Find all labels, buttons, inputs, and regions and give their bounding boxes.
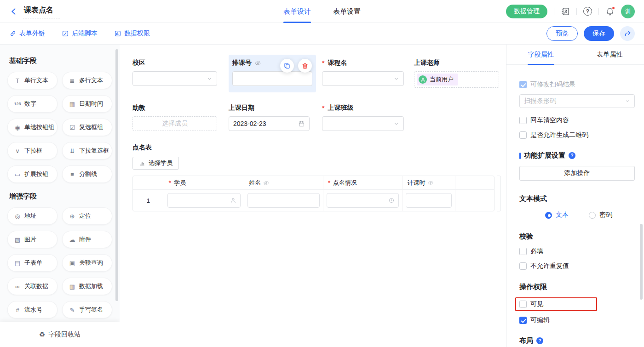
- field-item-serial-number[interactable]: #流水号: [7, 301, 58, 319]
- copy-icon: [283, 62, 291, 69]
- data-permission-link[interactable]: 数据权限: [114, 29, 150, 38]
- field-item-single-line-text[interactable]: T单行文本: [7, 72, 58, 89]
- scan-result-editable-checkbox[interactable]: 可修改扫码结果: [519, 80, 635, 89]
- select-students-button[interactable]: 选择学员: [132, 157, 179, 170]
- delete-field-button[interactable]: [298, 59, 312, 73]
- field-item-number[interactable]: 123数字: [7, 95, 58, 113]
- field-campus[interactable]: 校区: [132, 58, 217, 92]
- section-accent-bar: [519, 153, 521, 159]
- recycle-icon: ♻: [39, 330, 45, 339]
- tab-form-design[interactable]: 表单设计: [283, 0, 311, 23]
- subform-table-overflow-fragment: [497, 176, 501, 211]
- avatar[interactable]: 训: [621, 5, 635, 18]
- field-class-group[interactable]: *上课班级: [322, 103, 404, 131]
- field-item-radio-group[interactable]: ◉单选按钮组: [7, 119, 58, 136]
- back-icon[interactable]: [9, 7, 18, 16]
- address-book-icon[interactable]: [561, 7, 570, 16]
- person-icon: [230, 197, 236, 204]
- field-assistant[interactable]: 助教 选择成员: [132, 103, 217, 131]
- visible-checkbox[interactable]: 可见: [519, 297, 635, 311]
- field-item-subform[interactable]: ▤子表单: [7, 254, 58, 272]
- assistant-member-picker[interactable]: 选择成员: [132, 116, 217, 131]
- field-item-divider-line[interactable]: ≡分割线: [62, 165, 112, 183]
- field-teacher[interactable]: 上课老师 当前用户: [414, 58, 499, 92]
- student-input[interactable]: [167, 193, 241, 208]
- field-item-checkbox-group[interactable]: ☑复选框组: [62, 119, 112, 136]
- main: 基础字段 T单行文本 ≣多行文本 123数字 ▦日期时间 ◉单选按钮组 ☑复选框…: [0, 45, 644, 347]
- save-button[interactable]: 保存: [584, 26, 614, 41]
- editable-checkbox[interactable]: 可编辑: [519, 316, 635, 324]
- field-item-dropdown-multi[interactable]: ⇊下拉复选框: [62, 142, 112, 159]
- campus-select[interactable]: [132, 71, 217, 86]
- field-schedule-no-selected[interactable]: 排课号: [229, 55, 316, 92]
- notification-bell-icon[interactable]: [605, 7, 615, 16]
- required-asterisk: *: [322, 104, 324, 112]
- field-course-name[interactable]: *课程名: [322, 58, 404, 92]
- schedule-no-input[interactable]: [232, 71, 312, 86]
- field-item-dropdown[interactable]: ∨下拉框: [7, 142, 58, 159]
- form-designer-app: 课表点名 表单设计 表单设置 数据管理 ? 训 表单外链 后端脚本: [0, 0, 644, 347]
- field-item-multi-line-text[interactable]: ≣多行文本: [62, 72, 112, 89]
- teacher-member-box[interactable]: 当前用户: [414, 71, 499, 88]
- class-hours-input[interactable]: [406, 193, 452, 208]
- linked-data-icon: ∞: [14, 284, 21, 290]
- class-date-input[interactable]: 2023-02-23: [229, 116, 310, 131]
- permission-title: 操作权限: [519, 283, 635, 291]
- field-item-datetime[interactable]: ▦日期时间: [62, 95, 112, 113]
- preview-button[interactable]: 预览: [546, 26, 578, 41]
- share-button[interactable]: [620, 26, 635, 41]
- data-manage-button[interactable]: 数据管理: [506, 5, 547, 18]
- divider: [576, 8, 577, 15]
- help-icon[interactable]: ?: [583, 7, 592, 16]
- help-icon[interactable]: ?: [569, 152, 575, 159]
- form-external-link[interactable]: 表单外链: [9, 29, 45, 38]
- text-mode-password-radio[interactable]: 密码: [589, 211, 612, 219]
- checkbox-unchecked: [519, 248, 527, 255]
- field-item-attachment[interactable]: ☁附件: [62, 231, 112, 248]
- enter-clear-checkbox[interactable]: 回车清空内容: [519, 116, 635, 125]
- field-item-location[interactable]: ⊕定位: [62, 207, 112, 225]
- field-palette-sidebar: 基础字段 T单行文本 ≣多行文本 123数字 ▦日期时间 ◉单选按钮组 ☑复选框…: [0, 45, 120, 347]
- scan-type-select[interactable]: 扫描条形码: [519, 94, 635, 108]
- help-icon[interactable]: ?: [536, 337, 543, 344]
- field-attendance-subform[interactable]: 点名表 选择学员 *学员 姓名 *点名情况 计课时: [132, 143, 506, 211]
- divider-line-icon: ≡: [69, 171, 76, 177]
- qrcode-checkbox[interactable]: 是否允许生成二维码: [519, 131, 635, 139]
- field-item-linked-data[interactable]: ∞关联数据: [7, 278, 58, 295]
- field-item-data-load[interactable]: ▥数据加载: [62, 278, 112, 295]
- add-action-button[interactable]: 添加操作: [519, 166, 635, 181]
- copy-field-button[interactable]: [280, 59, 294, 73]
- name-input[interactable]: [247, 193, 320, 208]
- address-icon: ◎: [14, 213, 21, 219]
- single-line-text-icon: T: [14, 78, 21, 84]
- field-item-extension-button[interactable]: ▭扩展按钮: [7, 165, 58, 183]
- panel-scrollbar[interactable]: [640, 224, 643, 300]
- class-group-select[interactable]: [322, 116, 404, 131]
- no-duplicate-checkbox[interactable]: 不允许重复值: [519, 262, 635, 270]
- tab-field-properties[interactable]: 字段属性: [506, 45, 575, 64]
- col-attendance: *点名情况: [323, 176, 403, 189]
- bar-chart-icon: [139, 160, 145, 166]
- sidebar-scrollbar[interactable]: [115, 49, 118, 301]
- field-recycle-bin[interactable]: ♻ 字段回收站: [0, 322, 120, 347]
- course-name-select[interactable]: [322, 71, 404, 86]
- backend-script-link[interactable]: 后端脚本: [62, 29, 98, 38]
- col-name: 姓名: [244, 176, 323, 189]
- text-mode-text-radio[interactable]: 文本: [545, 211, 569, 219]
- current-user-tag[interactable]: 当前用户: [417, 74, 458, 85]
- field-item-linked-query[interactable]: ▣关联查询: [62, 254, 112, 272]
- page-title[interactable]: 课表点名: [23, 5, 60, 18]
- extension-settings-title: 功能扩展设置 ?: [519, 151, 635, 160]
- script-icon: [62, 30, 69, 37]
- attendance-input[interactable]: [327, 193, 399, 208]
- tab-form-properties[interactable]: 表单属性: [575, 45, 644, 64]
- dropdown-multi-icon: ⇊: [69, 148, 76, 154]
- required-checkbox[interactable]: 必填: [519, 247, 635, 256]
- field-item-signature[interactable]: ✎手写签名: [62, 301, 112, 319]
- field-item-address[interactable]: ◎地址: [7, 207, 58, 225]
- divider: [598, 8, 599, 15]
- current-user-avatar: [419, 75, 427, 84]
- field-item-image[interactable]: ▧图片: [7, 231, 58, 248]
- tab-form-settings[interactable]: 表单设置: [333, 0, 361, 23]
- field-class-date[interactable]: 上课日期 2023-02-23: [229, 103, 310, 131]
